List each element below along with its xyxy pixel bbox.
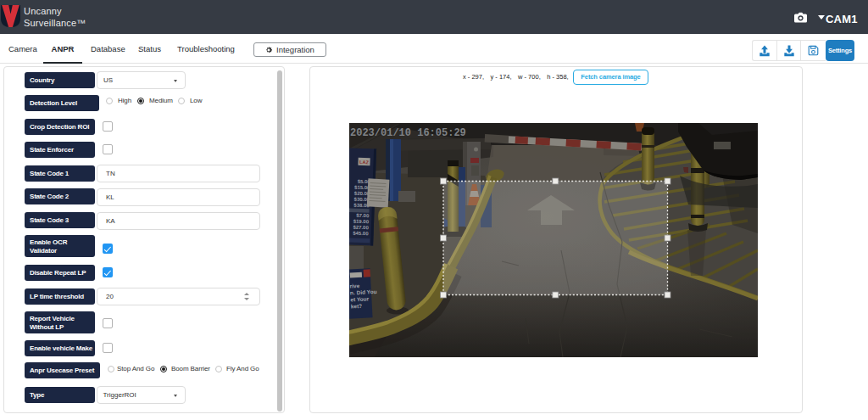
svg-text:2023/01/10 16:05:29: 2023/01/10 16:05:29: [350, 127, 466, 139]
